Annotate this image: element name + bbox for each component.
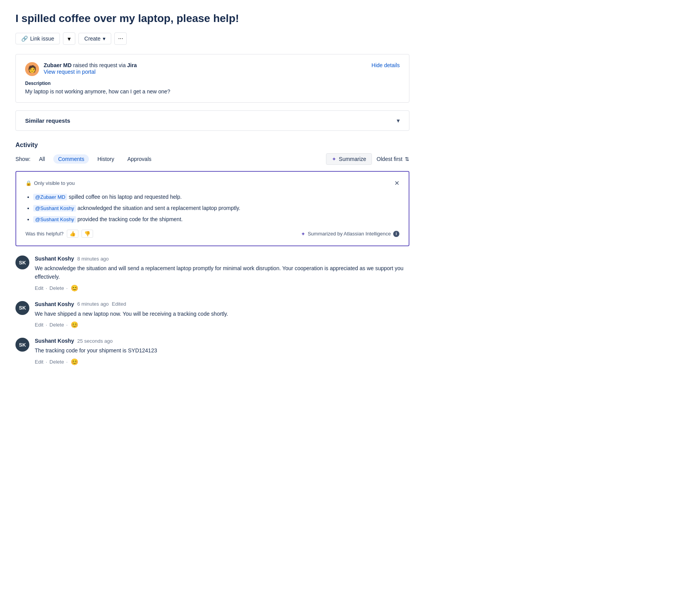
mention-tag: @Zubaer MD <box>33 194 67 200</box>
summary-item-1-text: spilled coffee on his laptop and request… <box>69 194 182 200</box>
emoji-reaction-button[interactable]: 😊 <box>71 321 78 328</box>
comment-time: 8 minutes ago <box>77 256 109 262</box>
filter-all-button[interactable]: All <box>34 154 50 164</box>
activity-section: Activity Show: All Comments History Appr… <box>15 142 409 366</box>
create-chevron-icon: ▾ <box>103 36 105 42</box>
comment-meta: Sushant Koshy 8 minutes ago <box>35 256 409 262</box>
comment-item: SK Sushant Koshy 6 minutes ago Edited We… <box>15 301 409 328</box>
thumbs-up-button[interactable]: 👍 <box>67 230 78 238</box>
comment-edited-label: Edited <box>112 301 126 307</box>
comment-author: Sushant Koshy <box>35 338 74 344</box>
requester-details: Zubaer MD raised this request via Jira V… <box>44 62 137 75</box>
edit-button[interactable]: Edit <box>35 285 43 291</box>
list-item: @Sushant Koshy acknowledged the situatio… <box>33 204 399 212</box>
description-text: My laptop is not working anymore, how ca… <box>25 88 400 95</box>
comment-text: We have shipped a new laptop now. You wi… <box>35 310 409 318</box>
comment-item: SK Sushant Koshy 8 minutes ago We acknow… <box>15 256 409 292</box>
comment-content: Sushant Koshy 8 minutes ago We acknowled… <box>35 256 409 292</box>
comment-content: Sushant Koshy 25 seconds ago The trackin… <box>35 338 409 365</box>
ai-attribution: ✦ Summarized by Atlassian Intelligence i <box>301 231 399 237</box>
summarize-button[interactable]: ✦ Summarize <box>326 153 372 165</box>
emoji-reaction-button[interactable]: 😊 <box>71 284 78 292</box>
page-title: I spilled coffee over my laptop, please … <box>15 12 409 25</box>
requester-name: Zubaer MD <box>44 62 71 68</box>
comment-item: SK Sushant Koshy 25 seconds ago The trac… <box>15 338 409 365</box>
comment-time: 6 minutes ago <box>77 301 109 307</box>
filters-left: Show: All Comments History Approvals <box>15 154 156 164</box>
sort-icon: ⇅ <box>405 156 409 162</box>
mention-tag: @Sushant Koshy <box>33 216 76 223</box>
filter-history-button[interactable]: History <box>93 154 119 164</box>
activity-filters: Show: All Comments History Approvals ✦ S… <box>15 153 409 165</box>
list-item: @Zubaer MD spilled coffee on his laptop … <box>33 193 399 201</box>
filter-approvals-button[interactable]: Approvals <box>123 154 156 164</box>
create-label: Create <box>84 36 100 42</box>
helpful-label: Was this helpful? <box>25 231 64 237</box>
attribution-text: Summarized by Atlassian Intelligence <box>308 231 391 237</box>
avatar: 🧑 <box>25 62 39 76</box>
delete-button[interactable]: Delete <box>49 322 64 328</box>
comment-author: Sushant Koshy <box>35 301 74 307</box>
requester-header: 🧑 Zubaer MD raised this request via Jira… <box>25 62 400 76</box>
delete-button[interactable]: Delete <box>49 359 64 365</box>
avatar: SK <box>15 301 29 315</box>
helpful-row: Was this helpful? 👍 👎 <box>25 230 93 238</box>
ai-summary-card: 🔒 Only visible to you ✕ @Zubaer MD spill… <box>15 171 409 246</box>
ai-summary-list: @Zubaer MD spilled coffee on his laptop … <box>25 193 399 223</box>
more-icon: ··· <box>118 35 123 42</box>
activity-title: Activity <box>15 142 409 149</box>
link-issue-button[interactable]: 🔗 Link issue <box>15 33 60 44</box>
comment-actions: Edit · Delete · 😊 <box>35 321 409 328</box>
only-visible-label: 🔒 Only visible to you <box>25 180 75 186</box>
toolbar: 🔗 Link issue ▾ Create ▾ ··· <box>15 32 409 45</box>
link-issue-label: Link issue <box>30 36 54 42</box>
only-visible-text: Only visible to you <box>34 180 75 186</box>
edit-button[interactable]: Edit <box>35 322 43 328</box>
summary-item-3-text: provided the tracking code for the shipm… <box>78 216 183 222</box>
hide-details-link[interactable]: Hide details <box>372 62 400 68</box>
chevron-down-icon: ▾ <box>397 117 400 124</box>
avatar: SK <box>15 338 29 352</box>
sort-label: Oldest first <box>377 156 402 162</box>
close-summary-button[interactable]: ✕ <box>394 179 399 187</box>
comments-list: SK Sushant Koshy 8 minutes ago We acknow… <box>15 256 409 366</box>
avatar: SK <box>15 256 29 269</box>
link-dropdown-button[interactable]: ▾ <box>63 32 75 45</box>
comment-text: The tracking code for your shipment is S… <box>35 346 409 355</box>
comment-actions: Edit · Delete · 😊 <box>35 358 409 366</box>
delete-button[interactable]: Delete <box>49 285 64 291</box>
comment-meta: Sushant Koshy 25 seconds ago <box>35 338 409 344</box>
show-label: Show: <box>15 156 31 162</box>
sparkle-icon: ✦ <box>332 156 336 162</box>
lock-icon: 🔒 <box>25 180 32 186</box>
summarize-label: Summarize <box>339 156 366 162</box>
platform-label: Jira <box>127 62 137 68</box>
comment-author: Sushant Koshy <box>35 256 74 262</box>
list-item: @Sushant Koshy provided the tracking cod… <box>33 215 399 223</box>
filter-comments-button[interactable]: Comments <box>53 154 89 164</box>
similar-requests-card[interactable]: Similar requests ▾ <box>15 110 409 131</box>
link-icon: 🔗 <box>21 36 28 42</box>
requester-text: Zubaer MD raised this request via Jira <box>44 62 137 68</box>
requester-info: 🧑 Zubaer MD raised this request via Jira… <box>25 62 137 76</box>
ai-star-icon: ✦ <box>301 231 306 237</box>
filters-right: ✦ Summarize Oldest first ⇅ <box>326 153 409 165</box>
similar-requests-label: Similar requests <box>25 117 70 124</box>
mention-tag: @Sushant Koshy <box>33 205 76 212</box>
create-button[interactable]: Create ▾ <box>78 33 111 44</box>
comment-content: Sushant Koshy 6 minutes ago Edited We ha… <box>35 301 409 328</box>
info-icon[interactable]: i <box>393 231 399 237</box>
view-request-link[interactable]: View request in portal <box>44 69 95 75</box>
description-label: Description <box>25 81 400 86</box>
request-card: 🧑 Zubaer MD raised this request via Jira… <box>15 54 409 103</box>
thumbs-down-button[interactable]: 👎 <box>81 230 93 238</box>
sort-button[interactable]: Oldest first ⇅ <box>377 156 409 162</box>
comment-time: 25 seconds ago <box>77 338 113 344</box>
comment-text: We acknowledge the situation and will se… <box>35 264 409 281</box>
summary-item-2-text: acknowledged the situation and sent a re… <box>78 205 241 211</box>
more-options-button[interactable]: ··· <box>114 32 127 45</box>
edit-button[interactable]: Edit <box>35 359 43 365</box>
ai-summary-header: 🔒 Only visible to you ✕ <box>25 179 399 187</box>
ai-summary-footer: Was this helpful? 👍 👎 ✦ Summarized by At… <box>25 230 399 238</box>
emoji-reaction-button[interactable]: 😊 <box>71 358 78 366</box>
